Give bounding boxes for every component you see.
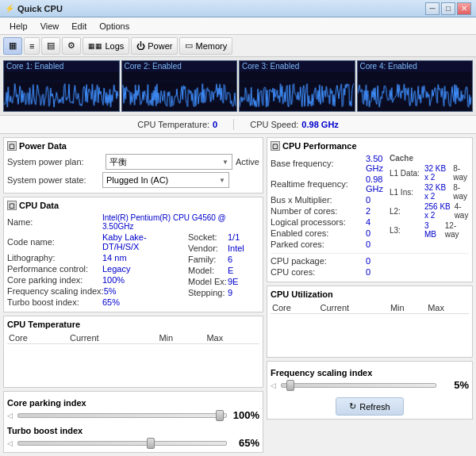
core-parking-label: Core parking index bbox=[7, 398, 259, 408]
list1-icon: ≡ bbox=[29, 41, 34, 51]
code-label: Code name: bbox=[7, 237, 102, 247]
slider-icon-left2: ◁ bbox=[7, 439, 13, 447]
list2-icon: ▤ bbox=[47, 40, 55, 51]
temp-col-current: Current bbox=[68, 332, 157, 344]
freq-label: Frequency scaling index: bbox=[7, 286, 104, 296]
logical-row: Logical processors: 4 bbox=[271, 217, 383, 227]
util-col-current: Current bbox=[318, 302, 388, 314]
toolbar-power-btn[interactable]: ⏻ Power bbox=[131, 37, 178, 55]
app-title: Quick CPU bbox=[17, 4, 63, 13]
model-ex-label: Model Ex: bbox=[188, 277, 228, 286]
refresh-button[interactable]: ↻ Refresh bbox=[336, 397, 404, 416]
combo-arrow-icon: ▼ bbox=[222, 159, 228, 166]
util-header-row: Core Current Min Max bbox=[271, 302, 469, 314]
toolbar-list2-btn[interactable]: ▤ bbox=[41, 37, 60, 55]
perf-icon-small: ▢ bbox=[271, 141, 280, 151]
core2-canvas bbox=[122, 71, 237, 111]
power-icon: ⏻ bbox=[136, 41, 145, 51]
cpu-pkg-cores: CPU package: 0 CPU cores: 0 bbox=[271, 253, 469, 277]
power-state-value: Plugged In (AC) bbox=[106, 175, 168, 185]
bus-label: Bus x Multiplier: bbox=[271, 195, 366, 205]
power-data-title: ▢ Power Data bbox=[7, 141, 259, 151]
toolbar-memory-btn[interactable]: ▭ Memory bbox=[179, 37, 232, 55]
cpu-perf-title: ▢ CPU Performance bbox=[271, 141, 469, 151]
power-state-combo[interactable]: Plugged In (AC) ▼ bbox=[102, 172, 229, 188]
turbo-row: Turbo boost index: 65% bbox=[7, 297, 182, 307]
core-idx-row: Core parking index: 100% bbox=[7, 275, 182, 285]
title-bar: ⚡ Quick CPU ─ □ ✕ bbox=[0, 0, 476, 17]
toolbar-perf-btn[interactable]: ▦ bbox=[3, 37, 22, 55]
active-label: Active bbox=[236, 157, 259, 167]
cpu-temp-value: 0 bbox=[213, 120, 217, 129]
right-panel: ▢ CPU Performance Base frequency: 3.50 G… bbox=[267, 137, 473, 453]
l3-value: 3 MB bbox=[424, 221, 442, 239]
toolbar-settings-btn[interactable]: ⚙ bbox=[62, 37, 81, 55]
core-parking-slider-section: Core parking index ◁ 100% bbox=[7, 398, 259, 421]
core4-title: Core 4: Enabled bbox=[358, 61, 473, 71]
freq-scaling-label: Frequency scaling index bbox=[271, 368, 469, 377]
freq-scaling-track[interactable] bbox=[281, 383, 436, 388]
cpu-util-title: CPU Utilization bbox=[271, 289, 469, 299]
menu-options[interactable]: Options bbox=[93, 20, 136, 33]
socket-label: Socket: bbox=[188, 232, 228, 242]
cpu-util-label: CPU Utilization bbox=[271, 289, 333, 299]
toolbar-list1-btn[interactable]: ≡ bbox=[24, 37, 40, 55]
l1ins-label: L1 Ins: bbox=[390, 188, 421, 197]
l2-label: L2: bbox=[390, 207, 421, 216]
cores-row: Number of cores: 2 bbox=[271, 206, 383, 216]
refresh-label: Refresh bbox=[359, 402, 390, 412]
code-value: Kaby Lake-DT/H/S/X bbox=[102, 232, 182, 251]
title-bar-controls: ─ □ ✕ bbox=[425, 2, 471, 15]
freq-scaling-thumb[interactable] bbox=[286, 380, 294, 391]
turbo-boost-row: ◁ 65% bbox=[7, 437, 259, 449]
enabled-label: Enabled cores: bbox=[271, 228, 366, 238]
cpu-data-title: ▢ CPU Data bbox=[7, 201, 259, 210]
minimize-button[interactable]: ─ bbox=[425, 2, 440, 15]
turbo-boost-track[interactable] bbox=[17, 441, 227, 446]
power-state-row: System power state: Plugged In (AC) ▼ bbox=[7, 172, 259, 188]
memory-label: Memory bbox=[195, 41, 227, 51]
power-icon-small: ▢ bbox=[7, 141, 17, 151]
power-data-label: Power Data bbox=[19, 141, 67, 151]
cpu-icon-small: ▢ bbox=[7, 201, 17, 210]
core2-graph: Core 2: Enabled bbox=[121, 60, 238, 112]
cpu-name-label: Name: bbox=[7, 217, 102, 227]
maximize-button[interactable]: □ bbox=[441, 2, 455, 15]
turbo-boost-thumb[interactable] bbox=[147, 438, 155, 449]
turbo-value: 65% bbox=[102, 297, 120, 307]
real-freq-value: 0.98 GHz bbox=[366, 174, 383, 194]
model-row: Model: E bbox=[188, 266, 259, 275]
cpu-cores-value: 0 bbox=[366, 267, 370, 277]
refresh-section: ↻ Refresh bbox=[271, 397, 469, 416]
l2-row: L2: 256 KB x 2 4-way bbox=[390, 202, 469, 220]
cpu-temp-item: CPU Temperature: 0 bbox=[137, 120, 217, 129]
menu-edit[interactable]: Edit bbox=[65, 20, 93, 33]
slider-icon-left: ◁ bbox=[7, 412, 13, 420]
parked-row: Parked cores: 0 bbox=[271, 239, 383, 249]
right-slider-section: Frequency scaling index ◁ 5% ↻ Refresh bbox=[267, 361, 473, 420]
cores-value: 2 bbox=[366, 206, 370, 216]
perf-row: Performance control: Legacy bbox=[7, 264, 182, 274]
close-button[interactable]: ✕ bbox=[457, 2, 471, 15]
freq-scaling-row: ◁ 5% bbox=[271, 379, 469, 391]
cpu-code-left: Code name: Kaby Lake-DT/H/S/X Lithograph… bbox=[7, 232, 182, 308]
logs-label: Logs bbox=[105, 41, 124, 51]
cpu-pkg-value: 0 bbox=[366, 256, 370, 266]
model-ex-row: Model Ex: 9E bbox=[188, 277, 259, 286]
lith-value: 14 nm bbox=[102, 253, 127, 262]
freq-value: 5% bbox=[104, 286, 117, 296]
cpu-util-table: Core Current Min Max bbox=[271, 302, 469, 314]
power-plan-combo[interactable]: 平衡 ▼ bbox=[106, 154, 232, 170]
core-parking-track[interactable] bbox=[17, 413, 227, 418]
left-panel: ▢ Power Data System power plan: 平衡 ▼ Act… bbox=[3, 137, 263, 453]
l1data-way: 8-way bbox=[453, 164, 469, 182]
refresh-icon: ↻ bbox=[349, 401, 356, 412]
toolbar-logs-btn[interactable]: ▦▦ Logs bbox=[83, 37, 129, 55]
core3-title: Core 3: Enabled bbox=[240, 61, 355, 71]
title-bar-left: ⚡ Quick CPU bbox=[5, 4, 63, 13]
model-value: E bbox=[228, 266, 233, 275]
core2-title: Core 2: Enabled bbox=[122, 61, 237, 71]
menu-help[interactable]: Help bbox=[3, 20, 34, 33]
core-parking-thumb[interactable] bbox=[216, 410, 224, 421]
menu-view[interactable]: View bbox=[34, 20, 66, 33]
